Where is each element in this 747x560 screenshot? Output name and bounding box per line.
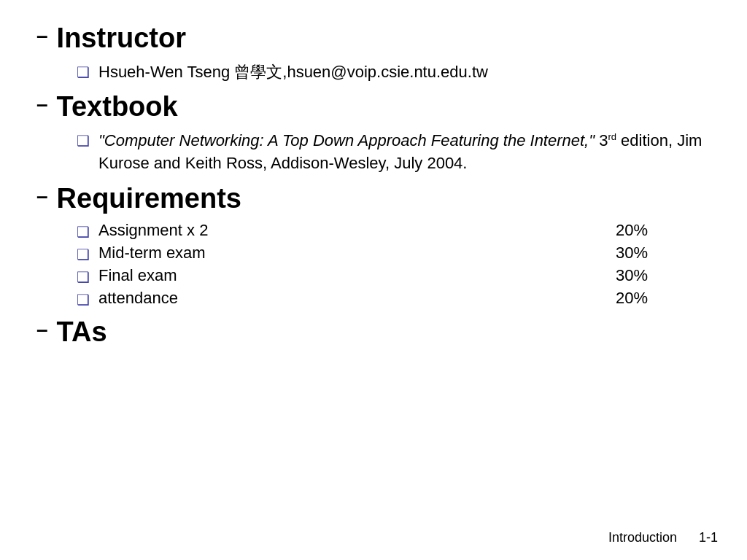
req-percent-assignment: 20%	[616, 221, 674, 240]
dash-tas: –	[36, 317, 48, 342]
slide-footer: Introduction 1-1	[608, 530, 718, 545]
bullet-instructor-1: ❑	[77, 63, 90, 81]
dash-textbook: –	[36, 92, 48, 117]
label-tas: TAs	[57, 316, 107, 349]
req-percent-midterm: 30%	[616, 244, 674, 262]
req-label-final: Final exam	[98, 266, 616, 285]
req-label-midterm: Mid-term exam	[98, 244, 616, 262]
text-instructor-1: Hsueh-Wen Tseng 曾學文,hsuen@voip.csie.ntu.…	[98, 61, 488, 84]
dash-instructor: –	[36, 23, 48, 48]
text-textbook-1: "Computer Networking: A Top Down Approac…	[98, 130, 711, 175]
bullet-req-1: ❑	[77, 223, 90, 241]
section-instructor: – Instructor	[36, 22, 711, 55]
subitems-requirements: ❑ Assignment x 2 20% ❑ Mid-term exam 30%…	[77, 221, 711, 308]
req-percent-attendance: 20%	[616, 289, 674, 308]
footer-title: Introduction	[608, 530, 677, 545]
req-percent-final: 30%	[616, 266, 674, 285]
req-row-final: ❑ Final exam 30%	[77, 266, 711, 286]
bullet-textbook-1: ❑	[77, 132, 90, 149]
dash-requirements: –	[36, 184, 48, 209]
label-instructor: Instructor	[57, 22, 186, 55]
section-requirements: – Requirements	[36, 182, 711, 216]
req-label-attendance: attendance	[98, 289, 616, 308]
req-row-attendance: ❑ attendance 20%	[77, 289, 711, 308]
bullet-req-3: ❑	[77, 268, 90, 286]
label-textbook: Textbook	[57, 90, 178, 124]
subitems-instructor: ❑ Hsueh-Wen Tseng 曾學文,hsuen@voip.csie.nt…	[77, 61, 711, 84]
section-textbook: – Textbook	[36, 90, 711, 124]
bullet-req-4: ❑	[77, 291, 90, 308]
label-requirements: Requirements	[57, 182, 241, 216]
section-tas: – TAs	[36, 316, 711, 349]
req-row-assignment: ❑ Assignment x 2 20%	[77, 221, 711, 241]
subitem-instructor-1: ❑ Hsueh-Wen Tseng 曾學文,hsuen@voip.csie.nt…	[77, 61, 711, 84]
req-row-midterm: ❑ Mid-term exam 30%	[77, 244, 711, 263]
slide-content: – Instructor ❑ Hsueh-Wen Tseng 曾學文,hsuen…	[0, 0, 747, 525]
footer-page: 1-1	[699, 530, 718, 545]
subitems-textbook: ❑ "Computer Networking: A Top Down Appro…	[77, 130, 711, 175]
subitem-textbook-1: ❑ "Computer Networking: A Top Down Appro…	[77, 130, 711, 175]
req-label-assignment: Assignment x 2	[98, 221, 616, 240]
bullet-req-2: ❑	[77, 246, 90, 263]
